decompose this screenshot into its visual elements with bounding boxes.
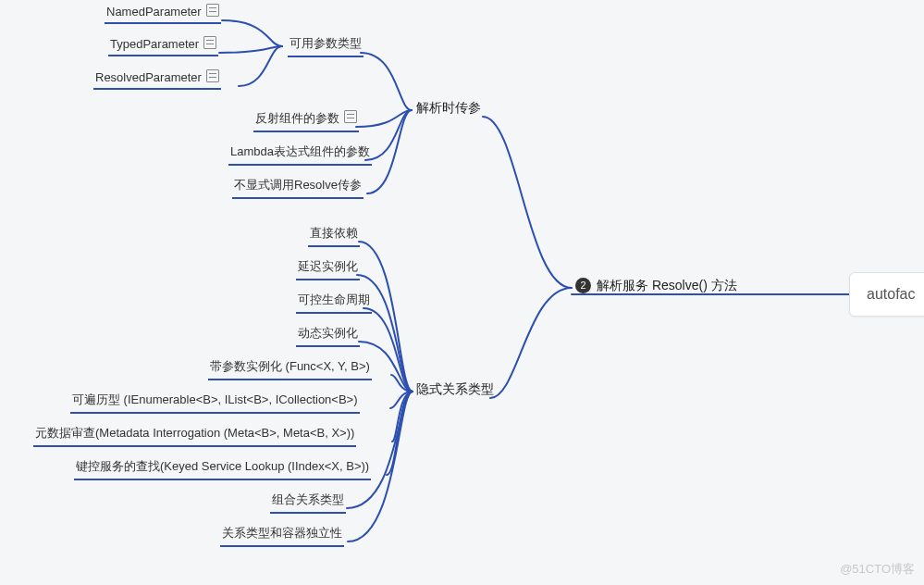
leaf-lambda-params[interactable]: Lambda表达式组件的参数 (228, 143, 372, 166)
leaf-keyed-lookup[interactable]: 键控服务的查找(Keyed Service Lookup (IIndex<X, … (74, 458, 371, 480)
leaf-func-param[interactable]: 带参数实例化 (Func<X, Y, B>) (208, 358, 372, 380)
branch-bottom-label: 隐式关系类型 (416, 381, 494, 396)
leaf-lazy-inst[interactable]: 延迟实例化 (296, 258, 360, 280)
leaf-owned-life[interactable]: 可控生命周期 (296, 292, 372, 314)
leaf-composite[interactable]: 组合关系类型 (270, 492, 346, 514)
order-badge: 2 (575, 278, 591, 293)
branch-bottom[interactable]: 隐式关系类型 (416, 381, 494, 398)
note-icon (206, 4, 219, 17)
params-group[interactable]: 可用参数类型 (288, 35, 363, 57)
leaf-rel-independence[interactable]: 关系类型和容器独立性 (220, 525, 344, 547)
note-icon (344, 110, 357, 123)
center-node[interactable]: 2解析服务 Resolve() 方法 (575, 278, 737, 294)
center-label: 解析服务 Resolve() 方法 (597, 278, 737, 292)
leaf-no-explicit-resolve[interactable]: 不显式调用Resolve传参 (232, 177, 363, 199)
leaf-metadata[interactable]: 元数据审查(Metadata Interrogation (Meta<B>, M… (33, 425, 356, 447)
branch-top[interactable]: 解析时传参 (416, 100, 481, 117)
note-icon (206, 69, 219, 82)
leaf-reflect-params[interactable]: 反射组件的参数 (253, 110, 359, 132)
leaf-resolved-parameter[interactable]: ResolvedParameter (93, 69, 221, 90)
leaf-enumerable[interactable]: 可遍历型 (IEnumerable<B>, IList<B>, ICollect… (70, 392, 360, 414)
params-group-label: 可用参数类型 (290, 36, 362, 50)
note-icon (203, 36, 216, 49)
leaf-dynamic-inst[interactable]: 动态实例化 (296, 325, 360, 347)
leaf-named-parameter[interactable]: NamedParameter (105, 4, 221, 24)
root-node[interactable]: autofac (849, 272, 924, 317)
branch-top-label: 解析时传参 (416, 100, 481, 115)
leaf-direct-dep[interactable]: 直接依赖 (308, 225, 360, 247)
root-label: autofac (867, 286, 915, 302)
watermark: @51CTO博客 (840, 561, 915, 578)
leaf-typed-parameter[interactable]: TypedParameter (108, 36, 218, 56)
